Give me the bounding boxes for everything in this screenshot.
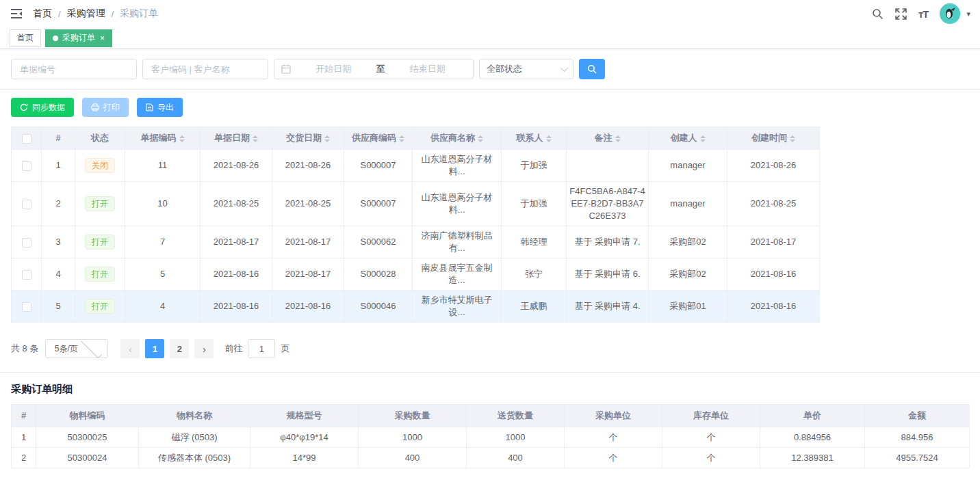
- col-remark[interactable]: 备注: [567, 127, 649, 150]
- detail-row: 1 50300025 磁浮 (0503) φ40*φ19*14 1000 100…: [12, 427, 970, 448]
- date-range-picker[interactable]: 开始日期 至 结束日期: [274, 59, 474, 79]
- tab-purchase-orders[interactable]: 采购订单 ×: [45, 29, 112, 47]
- remark: 基于 采购申请 4.: [567, 291, 649, 323]
- supplier-code: S000007: [344, 182, 413, 226]
- col-delivered-qty: 送货数量: [467, 405, 565, 427]
- material-name: 传感器本体 (0503): [139, 448, 250, 468]
- font-size-icon[interactable]: тT: [918, 8, 929, 20]
- select-all-checkbox[interactable]: [22, 134, 31, 144]
- prev-page-button[interactable]: ‹: [120, 339, 140, 358]
- next-page-button[interactable]: ›: [194, 339, 214, 358]
- col-contact[interactable]: 联系人: [502, 127, 567, 150]
- page-unit-label: 页: [281, 343, 289, 355]
- page-button-1[interactable]: 1: [145, 339, 164, 358]
- row-checkbox[interactable]: [22, 161, 31, 171]
- contact: 于加强: [502, 182, 567, 226]
- breadcrumb-home[interactable]: 首页: [33, 8, 52, 20]
- col-material-name: 物料名称: [139, 405, 250, 427]
- col-supplier-name[interactable]: 供应商名称: [413, 127, 502, 150]
- sidebar-toggle-icon[interactable]: [10, 7, 23, 21]
- page-button-2[interactable]: 2: [170, 339, 189, 358]
- sync-data-button[interactable]: 同步数据: [11, 98, 74, 117]
- created-time: 2021-08-16: [727, 258, 820, 291]
- chevron-down-icon: [560, 64, 568, 72]
- order-detail-table: # 物料编码 物料名称 规格型号 采购数量 送货数量 采购单位 库存单位 单价 …: [11, 404, 970, 468]
- doc-code: 4: [125, 291, 201, 323]
- detail-index: 1: [12, 427, 36, 448]
- status-badge: 打开: [85, 196, 115, 211]
- row-checkbox[interactable]: [22, 200, 31, 209]
- print-label: 打印: [103, 102, 120, 113]
- spec-model: 14*99: [250, 448, 359, 468]
- avatar-caret-down-icon[interactable]: ▾: [966, 10, 970, 18]
- sort-icon: [615, 135, 621, 142]
- supplier-name: 山东道恩高分子材料...: [413, 182, 502, 226]
- sort-icon: [253, 135, 258, 142]
- col-amount: 金额: [865, 405, 970, 427]
- unit-price: 12.389381: [760, 448, 865, 468]
- col-status: 状态: [75, 127, 125, 150]
- created-time: 2021-08-25: [727, 182, 820, 226]
- date-range-separator: 至: [376, 63, 385, 75]
- customer-input[interactable]: [142, 59, 268, 79]
- page-size-select[interactable]: 5条/页: [45, 339, 108, 358]
- row-checkbox[interactable]: [22, 302, 31, 312]
- search-button[interactable]: [579, 59, 605, 79]
- sort-icon: [478, 135, 483, 142]
- col-doc-code[interactable]: 单据编码: [125, 127, 201, 150]
- col-doc-date[interactable]: 单据日期: [201, 127, 272, 150]
- contact: 王威鹏: [502, 291, 567, 323]
- contact: 张宁: [502, 258, 567, 291]
- page-size-value: 5条/页: [54, 343, 78, 355]
- supplier-name: 济南广德塑料制品有...: [413, 226, 502, 258]
- material-name: 磁浮 (0503): [139, 427, 250, 448]
- filter-divider: [0, 89, 980, 90]
- col-material-code: 物料编码: [36, 405, 139, 427]
- tab-close-icon[interactable]: ×: [100, 34, 105, 42]
- spec-model: φ40*φ19*14: [250, 427, 359, 448]
- stock-unit: 个: [662, 448, 760, 468]
- document-icon: [146, 103, 153, 111]
- col-creator[interactable]: 创建人: [649, 127, 727, 150]
- avatar[interactable]: [940, 3, 960, 24]
- doc-date: 2021-08-17: [201, 226, 272, 258]
- table-row-selected[interactable]: 5 打开 4 2021-08-16 2021-08-16 S000046 新乡市…: [12, 291, 820, 323]
- doc-date: 2021-08-26: [201, 150, 272, 182]
- supplier-code: S000007: [344, 150, 413, 182]
- row-checkbox[interactable]: [22, 270, 31, 280]
- row-checkbox[interactable]: [22, 238, 31, 247]
- creator: manager: [649, 150, 727, 182]
- search-icon[interactable]: [872, 8, 884, 20]
- status-badge: 打开: [85, 299, 115, 314]
- col-supplier-name-label: 供应商名称: [430, 133, 475, 143]
- refresh-icon: [20, 103, 28, 111]
- col-created-time[interactable]: 创建时间: [727, 127, 820, 150]
- supplier-name: 山东道恩高分子材料...: [413, 150, 502, 182]
- breadcrumb-purchase-mgmt[interactable]: 采购管理: [67, 8, 105, 20]
- col-unit-price: 单价: [760, 405, 865, 427]
- material-code: 50300025: [36, 427, 139, 448]
- goto-page-input[interactable]: [248, 339, 275, 358]
- table-row[interactable]: 4 打开 5 2021-08-16 2021-08-17 S000028 南皮县…: [12, 258, 820, 291]
- goto-label: 前往: [224, 343, 242, 355]
- col-doc-code-label: 单据编码: [141, 133, 177, 143]
- tab-home[interactable]: 首页: [10, 29, 41, 47]
- row-index: 1: [42, 150, 75, 182]
- fullscreen-icon[interactable]: [895, 8, 907, 20]
- top-navbar: 首页 / 采购管理 / 采购订单 тT ▾: [0, 0, 980, 27]
- amount: 4955.7524: [865, 448, 970, 468]
- doc-date: 2021-08-16: [201, 258, 272, 291]
- table-row[interactable]: 3 打开 7 2021-08-17 2021-08-17 S000062 济南广…: [12, 226, 820, 258]
- detail-header-row: # 物料编码 物料名称 规格型号 采购数量 送货数量 采购单位 库存单位 单价 …: [12, 405, 970, 427]
- print-button[interactable]: 打印: [82, 98, 129, 117]
- col-supplier-code[interactable]: 供应商编码: [344, 127, 413, 150]
- creator: 采购部02: [649, 226, 727, 258]
- table-row[interactable]: 1 关闭 11 2021-08-26 2021-08-26 S000007 山东…: [12, 150, 820, 182]
- row-index: 3: [42, 226, 75, 258]
- table-row[interactable]: 2 打开 10 2021-08-25 2021-08-25 S000007 山东…: [12, 182, 820, 226]
- col-delivery-date[interactable]: 交货日期: [272, 127, 344, 150]
- doc-number-input[interactable]: [11, 59, 137, 79]
- status-select[interactable]: 全部状态: [479, 59, 573, 79]
- remark: F4FC5BA6-A847-4EE7-B2D7-BB3A7C26E373: [567, 182, 649, 226]
- export-button[interactable]: 导出: [137, 98, 183, 117]
